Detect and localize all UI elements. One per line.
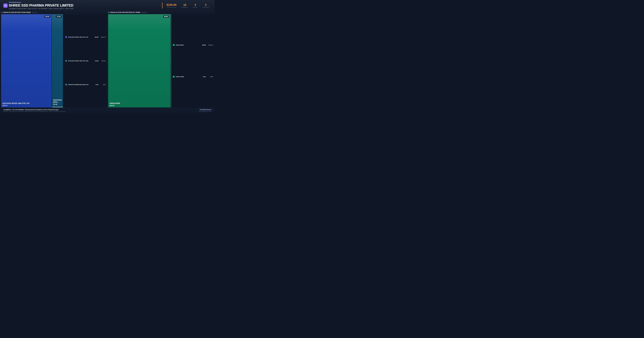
block-name: UNITED PHARMACIES (HK) LTD.: [52, 107, 63, 108]
stat-value: 3: [193, 3, 198, 6]
block-value: $155.7K: [2, 105, 30, 106]
treemap-block-buyer-3[interactable]: UNITED PHARMACIES (HK) LTD.: [52, 106, 63, 108]
page-title: SHREE SSD PHARMA PRIVATE LIMITED: [9, 3, 74, 8]
stat-value: 2: [202, 3, 209, 6]
treemap-block-destination-2[interactable]: HONG KONG: [171, 14, 171, 108]
legend-pct: 0.2%: [93, 84, 98, 85]
rank-badge: 1: [65, 36, 67, 38]
block-name: SUCCESS INTE...: [53, 99, 62, 103]
legend-pct: 17.8%: [93, 60, 98, 62]
stat-buyers: 3 BUYERS: [190, 3, 200, 8]
stat-countries: 2 COUNTRIES: [200, 3, 212, 8]
buyers-panel-title: CANAGLIFLOZIN BUYERS FROM SHREE: [2, 12, 31, 13]
rank-badge: 3: [65, 84, 67, 86]
brand-name: TransData Nexus: [9, 2, 21, 3]
buyers-panel-meta: Top 3 of 3: [32, 12, 38, 13]
legend-value: $33.9K: [100, 60, 106, 62]
stat-accent-bar: [162, 2, 162, 8]
legend-name: SINGAPORE: [176, 44, 199, 46]
buyers-legend: 1 SUCCESS INTER LINK PTE LTD 81.9% $155.…: [65, 14, 106, 108]
stat-label: EXPORT VALUE: [166, 7, 177, 8]
kpi-stats: $190.0K EXPORT VALUE 16 SHIPMENTS 3 BUYE…: [162, 2, 212, 9]
legend-name: HONG KONG: [176, 76, 199, 78]
legend-pct: 0.2%: [200, 76, 206, 78]
buyers-panel-header: CANAGLIFLOZIN BUYERS FROM SHREE Top 3 of…: [0, 11, 107, 14]
stat-value: $190.0K: [166, 3, 177, 6]
legend-row-buyer-3[interactable]: 3 UNITED PHARMACIES (HK) LTD. 0.2% $440: [65, 84, 106, 86]
block-name: SUCCESS INTER LINK PTE LTD: [2, 102, 30, 104]
buyers-treemap: 81.9% SUCCESS INTER LINK PTE LTD $155.7K…: [1, 14, 63, 108]
legend-row-buyer-1[interactable]: 1 SUCCESS INTER LINK PTE LTD 81.9% $155.…: [65, 36, 106, 38]
stat-value: 16: [182, 3, 188, 6]
stat-export-value: $190.0K EXPORT VALUE: [164, 3, 179, 8]
block-pct-badge: 81.9%: [44, 15, 50, 18]
block-value: $33.9K: [53, 104, 62, 105]
rank-badge: 2: [173, 76, 175, 78]
footer-product-line: Canagliflozin · HS Code 30049099 · Pharm…: [3, 109, 59, 110]
legend-name: SUCCESS INTER LINK PTE LIM...: [68, 60, 92, 62]
destinations-treemap: 99.8% SINGAPORE $189.6K HONG KONG: [108, 14, 171, 108]
legend-value: $440: [100, 84, 106, 85]
block-label: SINGAPORE $189.6K: [110, 102, 120, 106]
block-label: SUCCESS INTE... $33.9K: [53, 99, 62, 105]
legend-row-destination-1[interactable]: 1 SINGAPORE 99.8% $189.6K: [173, 44, 213, 46]
legend-value: $155.7K: [100, 36, 106, 38]
legend-row-destination-2[interactable]: 2 HONG KONG 0.2% $440: [173, 76, 213, 78]
treemap-block-destination-1[interactable]: 99.8% SINGAPORE $189.6K: [108, 14, 170, 108]
panel-divider: [107, 11, 108, 108]
block-value: $189.6K: [110, 105, 120, 106]
stat-label: COUNTRIES: [202, 7, 209, 8]
page-subtitle: Canagliflozin Export Profile · Rank #2 o…: [9, 8, 74, 10]
legend-pct: 99.8%: [200, 44, 206, 46]
buyers-accent-pill: [1, 12, 2, 13]
stat-label: BUYERS: [193, 7, 198, 8]
app-header: TD TransData Nexus SHREE SSD PHARMA PRIV…: [0, 0, 215, 11]
destinations-legend: 1 SINGAPORE 99.8% $189.6K 2 HONG KONG 0.…: [173, 14, 213, 108]
legend-value: $440: [207, 76, 213, 78]
legend-name: UNITED PHARMACIES (HK) LTD.: [68, 84, 92, 85]
destinations-accent-pill: [108, 12, 108, 13]
block-label: SUCCESS INTER LINK PTE LTD $155.7K: [2, 102, 30, 106]
footer-brand: TransData Nexus: [200, 109, 212, 110]
stat-shipments: 16 SHIPMENTS: [179, 3, 190, 8]
legend-row-buyer-2[interactable]: 2 SUCCESS INTER LINK PTE LIM... 17.8% $3…: [65, 60, 106, 62]
block-pct-badge: 99.8%: [163, 15, 169, 18]
destinations-panel-header: CANAGLIFLOZIN DESTINATIONS BY SHREE Top …: [107, 11, 215, 14]
treemap-block-buyer-1[interactable]: 81.9% SUCCESS INTER LINK PTE LTD $155.7K: [1, 14, 52, 108]
legend-pct: 81.9%: [93, 36, 98, 38]
block-name: HONG KONG: [171, 60, 171, 61]
block-pct-badge: 17.8%: [56, 15, 62, 18]
brand-logo-icon: TD: [3, 3, 8, 8]
stat-label: SHIPMENTS: [182, 7, 188, 8]
page-footer: Canagliflozin · HS Code 30049099 · Pharm…: [0, 108, 215, 113]
treemap-block-buyer-2[interactable]: 17.8% SUCCESS INTE... $33.9K: [52, 14, 63, 106]
block-name: SINGAPORE: [110, 102, 120, 104]
destinations-panel-meta: Top 2 of 2: [142, 12, 147, 13]
rank-badge: 2: [65, 60, 67, 62]
legend-name: SUCCESS INTER LINK PTE LTD: [68, 36, 92, 38]
footer-updated: Data updated: March 2026: [199, 111, 212, 112]
rank-badge: 1: [173, 44, 175, 46]
destinations-panel-title: CANAGLIFLOZIN DESTINATIONS BY SHREE: [110, 12, 140, 13]
legend-value: $189.6K: [207, 44, 213, 46]
footer-methodology-line: Block area = proportional share of SHREE…: [3, 111, 65, 112]
